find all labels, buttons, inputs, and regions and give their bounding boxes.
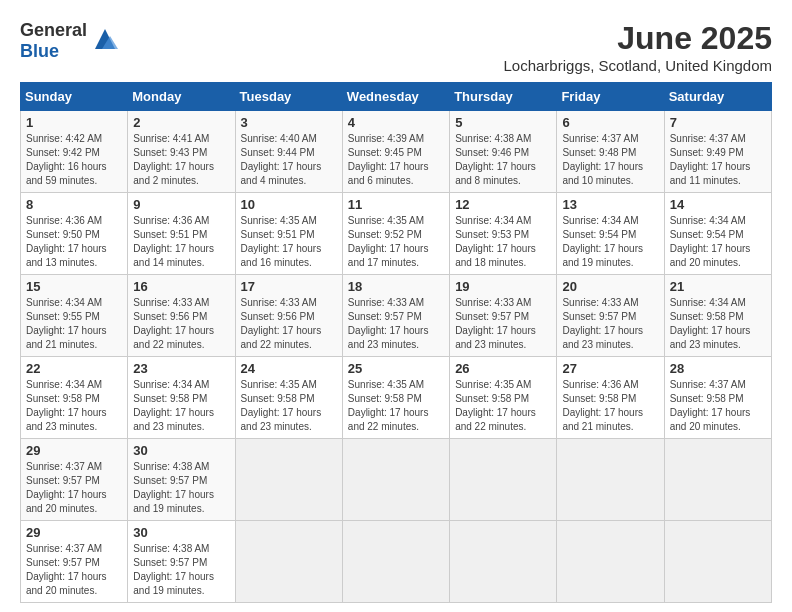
calendar-cell: 29Sunrise: 4:37 AMSunset: 9:57 PMDayligh… <box>21 521 128 603</box>
day-info: Sunrise: 4:33 AMSunset: 9:57 PMDaylight:… <box>348 296 444 352</box>
day-info: Sunrise: 4:40 AMSunset: 9:44 PMDaylight:… <box>241 132 337 188</box>
day-info: Sunrise: 4:42 AMSunset: 9:42 PMDaylight:… <box>26 132 122 188</box>
calendar-cell: 8Sunrise: 4:36 AMSunset: 9:50 PMDaylight… <box>21 193 128 275</box>
day-number: 29 <box>26 443 122 458</box>
day-info: Sunrise: 4:37 AMSunset: 9:57 PMDaylight:… <box>26 460 122 516</box>
calendar-cell: 25Sunrise: 4:35 AMSunset: 9:58 PMDayligh… <box>342 357 449 439</box>
day-info: Sunrise: 4:38 AMSunset: 9:57 PMDaylight:… <box>133 542 229 598</box>
day-number: 29 <box>26 525 122 540</box>
calendar-cell: 16Sunrise: 4:33 AMSunset: 9:56 PMDayligh… <box>128 275 235 357</box>
day-info: Sunrise: 4:36 AMSunset: 9:58 PMDaylight:… <box>562 378 658 434</box>
calendar-cell: 10Sunrise: 4:35 AMSunset: 9:51 PMDayligh… <box>235 193 342 275</box>
calendar-header-row: SundayMondayTuesdayWednesdayThursdayFrid… <box>21 83 772 111</box>
day-info: Sunrise: 4:35 AMSunset: 9:58 PMDaylight:… <box>348 378 444 434</box>
logo-icon <box>90 24 120 54</box>
day-number: 7 <box>670 115 766 130</box>
calendar-cell: 12Sunrise: 4:34 AMSunset: 9:53 PMDayligh… <box>450 193 557 275</box>
week-row-6: 29Sunrise: 4:37 AMSunset: 9:57 PMDayligh… <box>21 521 772 603</box>
calendar-cell: 21Sunrise: 4:34 AMSunset: 9:58 PMDayligh… <box>664 275 771 357</box>
title-block: June 2025 Locharbriggs, Scotland, United… <box>504 20 773 74</box>
day-number: 10 <box>241 197 337 212</box>
col-header-sunday: Sunday <box>21 83 128 111</box>
week-row-5: 29Sunrise: 4:37 AMSunset: 9:57 PMDayligh… <box>21 439 772 521</box>
calendar-table: SundayMondayTuesdayWednesdayThursdayFrid… <box>20 82 772 603</box>
calendar-cell: 3Sunrise: 4:40 AMSunset: 9:44 PMDaylight… <box>235 111 342 193</box>
day-number: 30 <box>133 443 229 458</box>
day-info: Sunrise: 4:34 AMSunset: 9:54 PMDaylight:… <box>562 214 658 270</box>
day-number: 16 <box>133 279 229 294</box>
day-info: Sunrise: 4:35 AMSunset: 9:52 PMDaylight:… <box>348 214 444 270</box>
calendar-cell: 4Sunrise: 4:39 AMSunset: 9:45 PMDaylight… <box>342 111 449 193</box>
calendar-cell: 23Sunrise: 4:34 AMSunset: 9:58 PMDayligh… <box>128 357 235 439</box>
week-row-3: 15Sunrise: 4:34 AMSunset: 9:55 PMDayligh… <box>21 275 772 357</box>
calendar-cell: 5Sunrise: 4:38 AMSunset: 9:46 PMDaylight… <box>450 111 557 193</box>
calendar-cell <box>235 521 342 603</box>
week-row-2: 8Sunrise: 4:36 AMSunset: 9:50 PMDaylight… <box>21 193 772 275</box>
calendar-cell: 22Sunrise: 4:34 AMSunset: 9:58 PMDayligh… <box>21 357 128 439</box>
calendar-cell: 14Sunrise: 4:34 AMSunset: 9:54 PMDayligh… <box>664 193 771 275</box>
day-info: Sunrise: 4:34 AMSunset: 9:58 PMDaylight:… <box>133 378 229 434</box>
calendar-cell: 29Sunrise: 4:37 AMSunset: 9:57 PMDayligh… <box>21 439 128 521</box>
week-row-4: 22Sunrise: 4:34 AMSunset: 9:58 PMDayligh… <box>21 357 772 439</box>
calendar-cell: 28Sunrise: 4:37 AMSunset: 9:58 PMDayligh… <box>664 357 771 439</box>
day-number: 1 <box>26 115 122 130</box>
day-number: 26 <box>455 361 551 376</box>
calendar-cell: 13Sunrise: 4:34 AMSunset: 9:54 PMDayligh… <box>557 193 664 275</box>
day-number: 17 <box>241 279 337 294</box>
calendar-cell <box>342 439 449 521</box>
calendar-cell: 11Sunrise: 4:35 AMSunset: 9:52 PMDayligh… <box>342 193 449 275</box>
day-info: Sunrise: 4:36 AMSunset: 9:50 PMDaylight:… <box>26 214 122 270</box>
day-info: Sunrise: 4:34 AMSunset: 9:58 PMDaylight:… <box>26 378 122 434</box>
day-info: Sunrise: 4:38 AMSunset: 9:57 PMDaylight:… <box>133 460 229 516</box>
month-title: June 2025 <box>504 20 773 57</box>
day-number: 23 <box>133 361 229 376</box>
calendar-cell: 24Sunrise: 4:35 AMSunset: 9:58 PMDayligh… <box>235 357 342 439</box>
col-header-monday: Monday <box>128 83 235 111</box>
day-info: Sunrise: 4:33 AMSunset: 9:57 PMDaylight:… <box>455 296 551 352</box>
day-info: Sunrise: 4:34 AMSunset: 9:53 PMDaylight:… <box>455 214 551 270</box>
calendar-cell <box>342 521 449 603</box>
logo-text-blue: Blue <box>20 41 59 61</box>
day-number: 27 <box>562 361 658 376</box>
calendar-cell: 30Sunrise: 4:38 AMSunset: 9:57 PMDayligh… <box>128 521 235 603</box>
day-info: Sunrise: 4:34 AMSunset: 9:58 PMDaylight:… <box>670 296 766 352</box>
calendar-cell <box>557 439 664 521</box>
day-number: 14 <box>670 197 766 212</box>
calendar-cell <box>664 439 771 521</box>
col-header-thursday: Thursday <box>450 83 557 111</box>
calendar-cell: 7Sunrise: 4:37 AMSunset: 9:49 PMDaylight… <box>664 111 771 193</box>
page-header: General Blue June 2025 Locharbriggs, Sco… <box>20 20 772 74</box>
day-info: Sunrise: 4:35 AMSunset: 9:58 PMDaylight:… <box>241 378 337 434</box>
logo-text-general: General <box>20 20 87 40</box>
day-number: 15 <box>26 279 122 294</box>
calendar-cell <box>450 521 557 603</box>
week-row-1: 1Sunrise: 4:42 AMSunset: 9:42 PMDaylight… <box>21 111 772 193</box>
day-number: 30 <box>133 525 229 540</box>
day-info: Sunrise: 4:41 AMSunset: 9:43 PMDaylight:… <box>133 132 229 188</box>
day-info: Sunrise: 4:35 AMSunset: 9:58 PMDaylight:… <box>455 378 551 434</box>
day-number: 24 <box>241 361 337 376</box>
day-number: 5 <box>455 115 551 130</box>
calendar-cell: 27Sunrise: 4:36 AMSunset: 9:58 PMDayligh… <box>557 357 664 439</box>
col-header-wednesday: Wednesday <box>342 83 449 111</box>
location-title: Locharbriggs, Scotland, United Kingdom <box>504 57 773 74</box>
day-number: 9 <box>133 197 229 212</box>
day-number: 25 <box>348 361 444 376</box>
calendar-cell: 1Sunrise: 4:42 AMSunset: 9:42 PMDaylight… <box>21 111 128 193</box>
calendar-cell: 9Sunrise: 4:36 AMSunset: 9:51 PMDaylight… <box>128 193 235 275</box>
col-header-tuesday: Tuesday <box>235 83 342 111</box>
calendar-cell <box>664 521 771 603</box>
calendar-cell: 15Sunrise: 4:34 AMSunset: 9:55 PMDayligh… <box>21 275 128 357</box>
day-number: 28 <box>670 361 766 376</box>
day-info: Sunrise: 4:33 AMSunset: 9:56 PMDaylight:… <box>241 296 337 352</box>
day-info: Sunrise: 4:34 AMSunset: 9:55 PMDaylight:… <box>26 296 122 352</box>
calendar-cell: 18Sunrise: 4:33 AMSunset: 9:57 PMDayligh… <box>342 275 449 357</box>
day-number: 12 <box>455 197 551 212</box>
calendar-cell: 20Sunrise: 4:33 AMSunset: 9:57 PMDayligh… <box>557 275 664 357</box>
day-info: Sunrise: 4:39 AMSunset: 9:45 PMDaylight:… <box>348 132 444 188</box>
day-info: Sunrise: 4:36 AMSunset: 9:51 PMDaylight:… <box>133 214 229 270</box>
day-info: Sunrise: 4:37 AMSunset: 9:48 PMDaylight:… <box>562 132 658 188</box>
day-number: 4 <box>348 115 444 130</box>
calendar-cell: 2Sunrise: 4:41 AMSunset: 9:43 PMDaylight… <box>128 111 235 193</box>
day-info: Sunrise: 4:33 AMSunset: 9:57 PMDaylight:… <box>562 296 658 352</box>
